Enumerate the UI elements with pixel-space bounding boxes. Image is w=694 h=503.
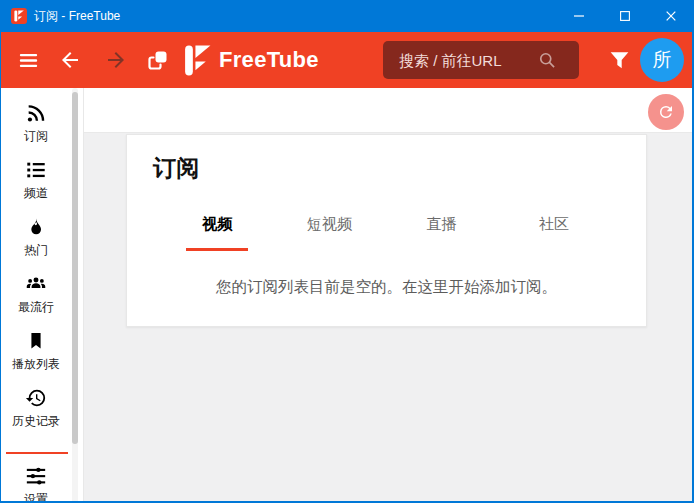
tab-community[interactable]: 社区	[498, 215, 610, 251]
subscription-tabs: 视频 短视频 直播 社区	[161, 215, 610, 251]
sidebar-divider	[6, 452, 68, 454]
freetube-app-icon	[11, 8, 27, 24]
sidebar-item-channels[interactable]: 频道	[0, 158, 72, 215]
subscriptions-card: 订阅 视频 短视频 直播 社区 您的订阅列表目前是空的。在这里开始添加订阅。	[126, 134, 647, 327]
rss-icon	[25, 101, 47, 125]
close-icon[interactable]	[648, 0, 694, 32]
freetube-logo-icon	[184, 45, 211, 76]
sidebar: 订阅 频道 热门	[0, 88, 84, 503]
hamburger-icon[interactable]	[14, 32, 42, 88]
sidebar-item-label: 热门	[24, 242, 48, 259]
profile-avatar[interactable]: 所	[640, 38, 684, 82]
empty-state-message: 您的订阅列表目前是空的。在这里开始添加订阅。	[127, 277, 646, 298]
sidebar-item-history[interactable]: 历史记录	[0, 386, 72, 443]
brand-wordmark: FreeTube	[219, 47, 319, 73]
titlebar: 订阅 - FreeTube	[0, 0, 694, 32]
content-area: 订阅 视频 短视频 直播 社区 您的订阅列表目前是空的。在这里开始添加订阅。	[84, 133, 694, 503]
tab-videos[interactable]: 视频	[161, 215, 273, 251]
search-icon[interactable]	[537, 50, 557, 70]
avatar-label: 所	[653, 47, 672, 73]
toolbar: FreeTube 所	[0, 32, 694, 88]
sliders-icon	[25, 464, 47, 488]
sidebar-item-label: 频道	[24, 185, 48, 202]
sidebar-item-most-popular[interactable]: 最流行	[0, 272, 72, 329]
search-box	[383, 41, 579, 79]
window-controls	[556, 0, 694, 32]
arrow-right-icon	[102, 32, 130, 88]
sidebar-item-trending[interactable]: 热门	[0, 215, 72, 272]
window-title: 订阅 - FreeTube	[34, 8, 556, 25]
bookmark-icon	[26, 329, 46, 353]
refresh-button[interactable]	[648, 94, 684, 130]
tab-live[interactable]: 直播	[386, 215, 498, 251]
sidebar-nav: 订阅 频道 热门	[0, 88, 83, 503]
fire-icon	[26, 215, 46, 239]
users-icon	[24, 272, 48, 296]
window-border-left	[0, 0, 1, 503]
sidebar-scrollbar-thumb[interactable]	[72, 92, 78, 444]
filter-icon[interactable]	[602, 32, 636, 88]
maximize-icon[interactable]	[602, 0, 648, 32]
sidebar-item-label: 最流行	[18, 299, 54, 316]
tab-shorts[interactable]: 短视频	[273, 215, 385, 251]
channels-list-icon	[25, 158, 47, 182]
sidebar-item-label: 历史记录	[12, 413, 60, 430]
refresh-icon	[657, 103, 675, 121]
sidebar-item-settings[interactable]: 设置	[0, 464, 72, 503]
sidebar-item-playlists[interactable]: 播放列表	[0, 329, 72, 386]
new-window-icon[interactable]	[143, 32, 173, 88]
sidebar-item-label: 订阅	[24, 128, 48, 145]
arrow-left-icon[interactable]	[56, 32, 84, 88]
sidebar-item-label: 播放列表	[12, 356, 60, 373]
content-top-strip	[84, 88, 694, 133]
history-icon	[25, 386, 47, 410]
freetube-logo: FreeTube	[184, 32, 319, 88]
sidebar-item-subscriptions[interactable]: 订阅	[0, 101, 72, 158]
minimize-icon[interactable]	[556, 0, 602, 32]
search-input[interactable]	[383, 41, 537, 79]
page-title: 订阅	[153, 153, 646, 183]
